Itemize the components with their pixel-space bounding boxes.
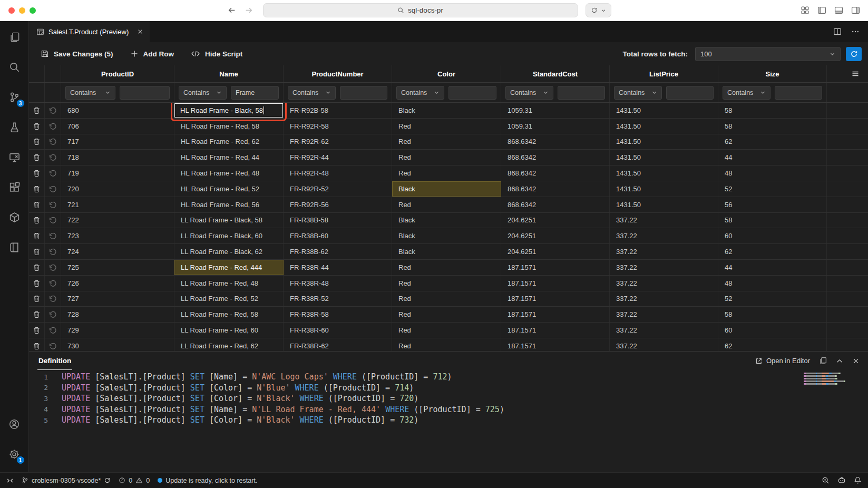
cell-standardcost[interactable]: 868.6342 [501,134,610,150]
cell-standardcost[interactable]: 187.1571 [501,307,610,322]
cell-productnumber[interactable]: FR-R92R-62 [284,134,392,150]
cell-productnumber[interactable]: FR-R38B-62 [284,244,392,259]
delete-row-button[interactable] [29,244,45,259]
filter-value-input-productid[interactable] [120,86,170,100]
cell-standardcost[interactable]: 1059.31 [501,119,610,134]
cell-name[interactable]: HL Road Frame - Red, 58 [174,119,284,134]
cell-listprice[interactable]: 1431.50 [610,181,718,197]
cell-listprice[interactable]: 337.22 [610,276,718,291]
activity-bar-item-extensions[interactable] [0,172,29,202]
filter-operator-select-listprice[interactable]: Contains [614,86,662,100]
delete-row-button[interactable] [29,165,45,181]
undo-row-button[interactable] [45,338,61,351]
sync-dropdown-button[interactable] [586,3,611,17]
delete-row-button[interactable] [29,260,45,275]
filter-value-input-productnumber[interactable] [340,86,388,100]
filter-value-input-listprice[interactable] [666,86,714,100]
save-changes-button[interactable]: Save Changes (5) [41,50,113,58]
filter-operator-select-size[interactable]: Contains [723,86,771,100]
cell-name[interactable]: LL Road Frame - Red, 58 [174,307,284,322]
undo-row-button[interactable] [45,276,61,291]
cell-productid[interactable]: 725 [61,260,174,275]
cell-productnumber[interactable]: FR-R38R-44 [284,260,392,275]
delete-row-button[interactable] [29,103,45,118]
cell-size[interactable]: 58 [718,307,827,322]
cell-color[interactable]: Red [392,165,501,181]
undo-row-button[interactable] [45,119,61,134]
cell-standardcost[interactable]: 187.1571 [501,323,610,338]
cell-productnumber[interactable]: FR-R92B-58 [284,103,392,118]
layout-grid-icon[interactable] [801,6,810,15]
cell-productid[interactable]: 717 [61,134,174,150]
filter-value-input-standardcost[interactable] [558,86,606,100]
delete-row-button[interactable] [29,197,45,212]
cell-productnumber[interactable]: FR-R92R-52 [284,181,392,197]
cell-listprice[interactable]: 1431.50 [610,119,718,134]
filter-value-input-color[interactable] [448,86,496,100]
cell-name[interactable]: LL Road Frame - Red, 48 [174,276,284,291]
delete-row-button[interactable] [29,134,45,150]
column-header-color[interactable]: Color [392,65,501,82]
cell-productid[interactable]: 729 [61,323,174,338]
close-panel-icon[interactable] [852,357,860,365]
column-header-size[interactable]: Size [718,65,827,82]
column-header-listprice[interactable]: ListPrice [610,65,718,82]
command-center-search[interactable]: sql-docs-pr [263,3,578,17]
cell-standardcost[interactable]: 187.1571 [501,291,610,307]
cell-productnumber[interactable]: FR-R38B-60 [284,228,392,243]
undo-row-button[interactable] [45,165,61,181]
cell-size[interactable]: 58 [718,119,827,134]
cell-standardcost[interactable]: 204.6251 [501,228,610,243]
cell-productid[interactable]: 728 [61,307,174,322]
chevron-up-icon[interactable] [836,357,843,365]
cell-color[interactable]: Red [392,338,501,351]
update-ready-item[interactable]: Update is ready, click to restart. [158,477,257,484]
copy-icon[interactable] [819,357,827,365]
more-actions-icon[interactable] [851,27,860,36]
cell-productid[interactable]: 718 [61,150,174,165]
cell-productnumber[interactable]: FR-R92R-56 [284,197,392,212]
cell-color[interactable]: Black [392,244,501,259]
cell-productnumber[interactable]: FR-R38R-52 [284,291,392,307]
delete-row-button[interactable] [29,181,45,197]
cell-color[interactable]: Red [392,150,501,165]
delete-row-button[interactable] [29,228,45,243]
cell-productid[interactable]: 722 [61,213,174,228]
cell-listprice[interactable]: 337.22 [610,244,718,259]
cell-name[interactable]: HL Road Frame - Black, 58 [174,103,284,118]
cell-productnumber[interactable]: FR-R92R-48 [284,165,392,181]
cell-color[interactable]: Black [392,228,501,243]
cell-productid[interactable]: 730 [61,338,174,351]
undo-row-button[interactable] [45,323,61,338]
sql-code-editor[interactable]: 1UPDATE [SalesLT].[Product] SET [Name] =… [29,370,868,472]
delete-row-button[interactable] [29,291,45,307]
close-window-button[interactable] [8,7,15,14]
cell-color[interactable]: Red [392,276,501,291]
menu-icon[interactable] [851,70,860,78]
filter-value-input-name[interactable] [231,86,279,100]
activity-bar-item-run-debug[interactable] [0,112,29,142]
cell-productnumber[interactable]: FR-R92R-58 [284,119,392,134]
cell-listprice[interactable]: 337.22 [610,291,718,307]
cell-name[interactable]: LL Road Frame - Black, 60 [174,228,284,243]
cell-standardcost[interactable]: 204.6251 [501,244,610,259]
cell-listprice[interactable]: 1431.50 [610,103,718,118]
cell-size[interactable]: 62 [718,338,827,351]
toggle-sidebar-left-icon[interactable] [817,6,826,15]
cell-name[interactable]: LL Road Frame - Red, 62 [174,338,284,351]
undo-row-button[interactable] [45,150,61,165]
cell-productid[interactable]: 726 [61,276,174,291]
toggle-panel-icon[interactable] [834,6,843,15]
column-header-productnumber[interactable]: ProductNumber [284,65,392,82]
cell-name[interactable]: LL Road Frame - Red, 60 [174,323,284,338]
cell-size[interactable]: 62 [718,134,827,150]
cell-color[interactable]: Black [392,213,501,228]
filter-operator-select-name[interactable]: Contains [179,86,227,100]
undo-row-button[interactable] [45,134,61,150]
filter-operator-select-productnumber[interactable]: Contains [288,86,336,100]
cell-standardcost[interactable]: 868.6342 [501,165,610,181]
toggle-sidebar-right-icon[interactable] [851,6,860,15]
cell-productid[interactable]: 680 [61,103,174,118]
cell-productid[interactable]: 724 [61,244,174,259]
cell-standardcost[interactable]: 187.1571 [501,260,610,275]
